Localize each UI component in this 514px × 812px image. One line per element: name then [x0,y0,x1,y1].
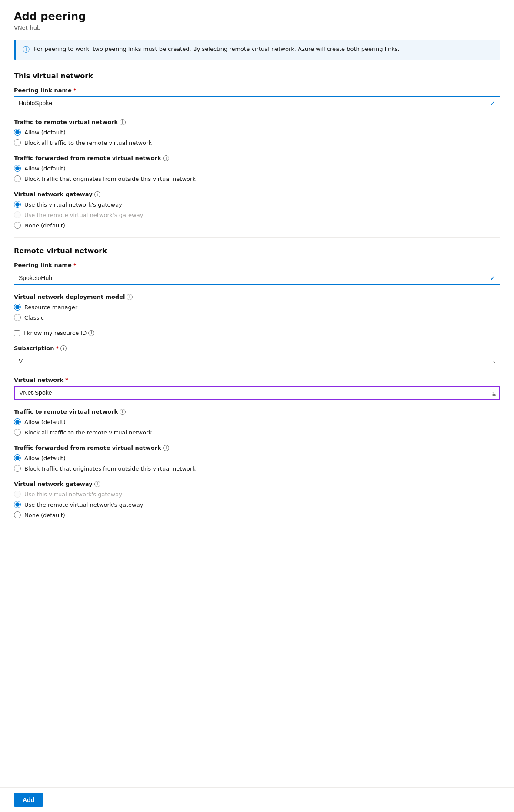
remote-vnet-traffic-forwarded-block-option[interactable]: Block traffic that originates from outsi… [14,465,500,472]
this-vnet-gateway-radio-group: Use this virtual network's gateway Use t… [14,201,500,229]
this-vnet-gateway-use-remote-label: Use the remote virtual network's gateway [24,212,143,218]
resource-id-group: I know my resource ID i [14,330,500,336]
info-banner-text: For peering to work, two peering links m… [34,45,400,53]
remote-vnet-traffic-remote-allow-option[interactable]: Allow (default) [14,418,500,425]
resource-id-checkbox-option[interactable]: I know my resource ID i [14,330,500,336]
this-vnet-peering-link-checkmark: ✓ [490,99,496,107]
remote-vnet-traffic-forwarded-allow-option[interactable]: Allow (default) [14,454,500,461]
remote-vnet-traffic-remote-block-option[interactable]: Block all traffic to the remote virtual … [14,429,500,436]
this-vnet-traffic-remote-allow-option[interactable]: Allow (default) [14,129,500,136]
this-vnet-gateway-use-remote-option[interactable]: Use the remote virtual network's gateway [14,211,500,218]
required-star: * [73,87,77,94]
this-vnet-traffic-forwarded-allow-option[interactable]: Allow (default) [14,165,500,172]
footer-bar: Add [0,787,514,812]
remote-vnet-gateway-use-this-option[interactable]: Use this virtual network's gateway [14,491,500,498]
subscription-label: Subscription * i [14,345,500,351]
remote-vnet-gateway-use-this-radio[interactable] [14,491,21,498]
remote-vnet-traffic-forwarded-group: Traffic forwarded from remote virtual ne… [14,444,500,472]
this-vnet-gateway-use-this-label: Use this virtual network's gateway [24,201,122,208]
remote-vnet-gateway-info-icon[interactable]: i [94,481,100,487]
subscription-required-star: * [56,345,59,351]
traffic-remote-info-icon[interactable]: i [120,119,126,125]
deployment-model-resource-manager-label: Resource manager [24,304,77,311]
subscription-info-icon[interactable]: i [60,345,67,351]
this-vnet-peering-link-input[interactable] [14,96,500,110]
remote-vnet-traffic-forwarded-block-label: Block traffic that originates from outsi… [24,465,196,472]
remote-vnet-traffic-remote-group: Traffic to remote virtual network i Allo… [14,408,500,436]
this-vnet-gateway-none-option[interactable]: None (default) [14,222,500,229]
this-vnet-gateway-use-this-radio[interactable] [14,201,21,208]
remote-vnet-gateway-none-label: None (default) [24,512,65,518]
remote-vnet-traffic-remote-label: Traffic to remote virtual network i [14,408,500,415]
resource-id-info-icon[interactable]: i [88,330,94,336]
this-vnet-gateway-use-remote-radio[interactable] [14,211,21,218]
subscription-select-wrapper: V ⦥ [14,354,500,368]
this-vnet-traffic-forwarded-group: Traffic forwarded from remote virtual ne… [14,155,500,182]
remote-required-star: * [73,262,77,268]
remote-vnet-traffic-remote-allow-radio[interactable] [14,418,21,425]
this-vnet-gateway-none-label: None (default) [24,222,65,229]
this-vnet-traffic-forwarded-block-label: Block traffic that originates from outsi… [24,176,196,182]
virtual-network-select[interactable]: VNet-Spoke [14,386,500,400]
remote-vnet-traffic-remote-allow-label: Allow (default) [24,419,66,425]
this-vnet-gateway-none-radio[interactable] [14,222,21,229]
this-vnet-traffic-remote-block-option[interactable]: Block all traffic to the remote virtual … [14,139,500,146]
deployment-model-classic-radio[interactable] [14,314,21,321]
virtual-network-select-wrapper: VNet-Spoke ⦥ [14,386,500,400]
deployment-model-radio-group: Resource manager Classic [14,304,500,321]
deployment-model-info-icon[interactable]: i [127,294,133,300]
this-vnet-traffic-remote-block-radio[interactable] [14,139,21,146]
deployment-model-resource-manager-option[interactable]: Resource manager [14,304,500,311]
remote-vnet-section-title: Remote virtual network [14,247,500,255]
remote-vnet-traffic-remote-block-label: Block all traffic to the remote virtual … [24,429,152,436]
this-vnet-traffic-remote-allow-label: Allow (default) [24,129,66,136]
this-vnet-peering-link-group: Peering link name * ✓ [14,87,500,110]
page-title: Add peering [14,10,500,23]
remote-vnet-traffic-forwarded-block-radio[interactable] [14,465,21,472]
remote-vnet-traffic-forwarded-label: Traffic forwarded from remote virtual ne… [14,444,500,451]
remote-vnet-peering-link-input[interactable] [14,271,500,285]
remote-vnet-traffic-remote-block-radio[interactable] [14,429,21,436]
remote-vnet-peering-link-group: Peering link name * ✓ [14,262,500,285]
this-vnet-traffic-remote-radio-group: Allow (default) Block all traffic to the… [14,129,500,146]
this-vnet-traffic-forwarded-block-option[interactable]: Block traffic that originates from outsi… [14,175,500,182]
traffic-forwarded-info-icon[interactable]: i [163,155,169,161]
this-vnet-gateway-info-icon[interactable]: i [94,191,100,197]
this-vnet-traffic-forwarded-allow-radio[interactable] [14,165,21,172]
subscription-select[interactable]: V [14,354,500,368]
this-vnet-traffic-remote-allow-radio[interactable] [14,129,21,136]
resource-id-label: I know my resource ID i [23,330,94,336]
remote-vnet-peering-link-label: Peering link name * [14,262,500,268]
this-vnet-traffic-forwarded-allow-label: Allow (default) [24,165,66,172]
this-vnet-gateway-group: Virtual network gateway i Use this virtu… [14,191,500,229]
deployment-model-classic-option[interactable]: Classic [14,314,500,321]
info-icon: ⓘ [23,45,30,54]
add-button[interactable]: Add [14,793,43,807]
remote-vnet-gateway-none-option[interactable]: None (default) [14,511,500,518]
remote-traffic-remote-info-icon[interactable]: i [120,409,126,415]
remote-vnet-gateway-use-remote-option[interactable]: Use the remote virtual network's gateway [14,501,500,508]
remote-vnet-traffic-forwarded-allow-radio[interactable] [14,454,21,461]
remote-vnet-gateway-use-this-label: Use this virtual network's gateway [24,491,122,498]
remote-vnet-peering-link-checkmark: ✓ [490,274,496,282]
remote-traffic-forwarded-info-icon[interactable]: i [163,445,169,451]
page-subtitle: VNet-hub [14,24,500,31]
info-banner: ⓘ For peering to work, two peering links… [14,40,500,60]
remote-vnet-gateway-radio-group: Use this virtual network's gateway Use t… [14,491,500,518]
this-vnet-traffic-forwarded-label: Traffic forwarded from remote virtual ne… [14,155,500,161]
vnet-required-star: * [65,377,68,383]
remote-vnet-gateway-group: Virtual network gateway i Use this virtu… [14,481,500,518]
deployment-model-label: Virtual network deployment model i [14,294,500,300]
deployment-model-resource-manager-radio[interactable] [14,304,21,311]
this-vnet-gateway-label: Virtual network gateway i [14,191,500,197]
resource-id-checkbox[interactable] [14,330,20,336]
remote-vnet-gateway-none-radio[interactable] [14,511,21,518]
this-vnet-traffic-forwarded-block-radio[interactable] [14,175,21,182]
this-vnet-gateway-use-this-option[interactable]: Use this virtual network's gateway [14,201,500,208]
this-vnet-traffic-remote-group: Traffic to remote virtual network i Allo… [14,119,500,146]
remote-vnet-gateway-label: Virtual network gateway i [14,481,500,487]
this-vnet-peering-link-input-wrapper: ✓ [14,96,500,110]
this-vnet-traffic-remote-block-label: Block all traffic to the remote virtual … [24,140,152,146]
remote-vnet-gateway-use-remote-radio[interactable] [14,501,21,508]
remote-vnet-peering-link-input-wrapper: ✓ [14,271,500,285]
